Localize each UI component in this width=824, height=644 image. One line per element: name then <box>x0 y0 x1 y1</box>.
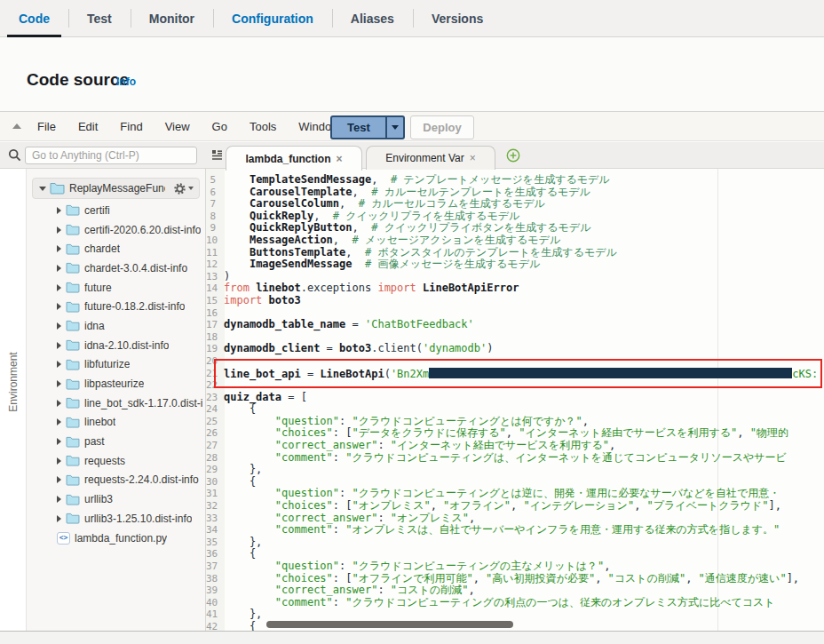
line-number: 28 <box>206 452 220 465</box>
code-line-24: 24 { <box>206 403 824 416</box>
code-editor[interactable]: 5 TemplateSendMessage, # テンプレートメッセージを生成す… <box>206 169 824 631</box>
folder-label: certifi-2020.6.20.dist-info <box>84 224 201 236</box>
close-tab-icon[interactable]: × <box>337 153 343 165</box>
tree-item-urllib3[interactable]: urllib3 <box>27 489 205 509</box>
code-line-35: 35 }, <box>206 537 824 549</box>
console-tab-aliases[interactable]: Aliases <box>332 0 413 36</box>
caret-right-icon[interactable] <box>57 227 61 234</box>
caret-right-icon[interactable] <box>57 303 61 310</box>
goto-anything-input[interactable] <box>25 147 197 164</box>
menu-item-edit[interactable]: Edit <box>78 120 98 133</box>
code-line-31: 31 "question": "クラウドコンピューティングとは逆に、開発・運用に… <box>206 488 824 500</box>
new-tab-plus-icon[interactable] <box>506 148 520 163</box>
caret-right-icon[interactable] <box>57 284 61 291</box>
environment-side-tab[interactable]: Environment <box>0 169 27 631</box>
tree-item-certifi[interactable]: certifi <box>27 201 205 220</box>
code-line-25: 25 "question": "クラウドコンピューティングとは何ですか？", <box>206 416 824 428</box>
tree-item-idna-2.10.dist-info[interactable]: idna-2.10.dist-info <box>27 336 205 355</box>
tree-item-libfuturize[interactable]: libfuturize <box>27 355 205 375</box>
deploy-button[interactable]: Deploy <box>410 115 474 139</box>
caret-right-icon[interactable] <box>57 438 61 445</box>
menu-item-view[interactable]: View <box>165 120 190 133</box>
line-number: 7 <box>206 198 220 211</box>
folder-label: chardet <box>84 242 120 255</box>
code-line-9: 9 QuickReplyButton, # クイックリプライボタンを生成するモデ… <box>206 222 824 235</box>
caret-right-icon[interactable] <box>57 476 61 483</box>
tree-item-libpasteurize[interactable]: libpasteurize <box>27 374 205 394</box>
collapse-panel-icon[interactable] <box>12 123 21 129</box>
code-line-18: 18 <box>206 331 824 344</box>
caret-right-icon[interactable] <box>57 342 61 349</box>
test-dropdown-arrow[interactable] <box>385 117 403 138</box>
code-line-38: 38 "choices": ["オフラインで利用可能", "高い初期投資が必要"… <box>206 573 824 585</box>
test-button[interactable]: Test <box>330 115 405 139</box>
tree-item-line_bot_sdk-1.17.0.dist-i[interactable]: line_bot_sdk-1.17.0.dist-i <box>27 394 205 413</box>
caret-right-icon[interactable] <box>57 496 61 503</box>
tree-item-past[interactable]: past <box>27 432 205 451</box>
menu-item-find[interactable]: Find <box>120 120 142 133</box>
caret-right-icon[interactable] <box>57 322 61 330</box>
caret-right-icon[interactable] <box>57 515 61 522</box>
tree-item-requests-2.24.0.dist-info[interactable]: requests-2.24.0.dist-info <box>27 471 205 490</box>
line-number: 18 <box>206 331 220 344</box>
folder-icon <box>66 378 80 390</box>
folder-label: idna <box>84 320 105 332</box>
folder-icon <box>66 262 80 274</box>
caret-right-icon[interactable] <box>57 418 61 425</box>
close-tab-icon[interactable]: × <box>470 152 476 164</box>
tree-item-future[interactable]: future <box>27 278 205 298</box>
tree-item-file[interactable]: <> lambda_function.py <box>27 529 205 548</box>
caret-right-icon[interactable] <box>57 380 61 387</box>
redacted-token-bar <box>429 368 792 378</box>
line-number: 11 <box>206 247 220 259</box>
folder-label: linebot <box>84 416 115 428</box>
menu-item-tools[interactable]: Tools <box>250 120 276 133</box>
editor-tab-lambda_function[interactable]: lambda_function× <box>226 146 362 171</box>
tree-settings-control[interactable] <box>173 182 194 195</box>
tree-root-folder[interactable]: ReplayMessageFunc <box>32 178 200 199</box>
code-line-26: 26 "choices": ["データをクラウドに保存する", "インターネット… <box>206 427 824 440</box>
line-number: 23 <box>206 392 220 404</box>
tree-item-idna[interactable]: idna <box>27 316 205 336</box>
folder-label: libfuturize <box>84 358 130 370</box>
caret-right-icon[interactable] <box>57 400 61 407</box>
tree-item-certifi-2020.6.20.dist-info[interactable]: certifi-2020.6.20.dist-info <box>27 220 205 240</box>
caret-right-icon[interactable] <box>57 245 61 252</box>
menu-item-file[interactable]: File <box>37 120 56 133</box>
console-tab-monitor[interactable]: Monitor <box>131 0 213 36</box>
test-button-label: Test <box>332 117 385 138</box>
code-line-34: 34 "comment": "オンプレミスは、自社でサーバーやインフラを用意・運… <box>206 524 824 537</box>
caret-right-icon[interactable] <box>57 457 61 465</box>
tree-item-future-0.18.2.dist-info[interactable]: future-0.18.2.dist-info <box>27 297 205 316</box>
folder-icon <box>66 417 80 428</box>
info-link[interactable]: Info <box>116 76 136 88</box>
caret-right-icon[interactable] <box>57 207 61 214</box>
console-tab-bar: CodeTestMonitorConfigurationAliasesVersi… <box>0 0 824 37</box>
tree-item-requests[interactable]: requests <box>27 451 205 471</box>
tree-item-linebot[interactable]: linebot <box>27 413 205 433</box>
line-number: 12 <box>206 258 220 271</box>
caret-down-icon[interactable] <box>39 187 46 191</box>
tree-item-chardet[interactable]: chardet <box>27 239 205 258</box>
line-number: 27 <box>206 440 220 452</box>
folder-label: future-0.18.2.dist-info <box>84 300 185 313</box>
menu-item-go[interactable]: Go <box>212 120 227 133</box>
tree-item-chardet-3.0.4.dist-info[interactable]: chardet-3.0.4.dist-info <box>27 258 205 278</box>
line-number: 17 <box>206 319 220 331</box>
console-tab-configuration[interactable]: Configuration <box>213 0 332 36</box>
caret-right-icon[interactable] <box>57 265 61 272</box>
gear-icon <box>173 182 186 195</box>
page-head: Code source Info <box>0 38 824 111</box>
caret-right-icon[interactable] <box>57 361 61 368</box>
console-tab-code[interactable]: Code <box>0 0 68 36</box>
folder-label: requests <box>84 455 125 467</box>
horizontal-scrollbar[interactable] <box>266 621 513 628</box>
console-tab-test[interactable]: Test <box>68 0 131 36</box>
console-tab-versions[interactable]: Versions <box>413 0 502 36</box>
tree-item-urllib3-1.25.10.dist-info[interactable]: urllib3-1.25.10.dist-info <box>27 509 205 529</box>
editor-tab-environment-var[interactable]: Environment Var× <box>366 146 495 170</box>
tab-list-icon[interactable] <box>210 148 224 162</box>
line-number: 36 <box>206 548 220 561</box>
line-number: 42 <box>206 621 220 631</box>
menu-items-container: FileEditFindViewGoToolsWindow <box>37 120 362 133</box>
